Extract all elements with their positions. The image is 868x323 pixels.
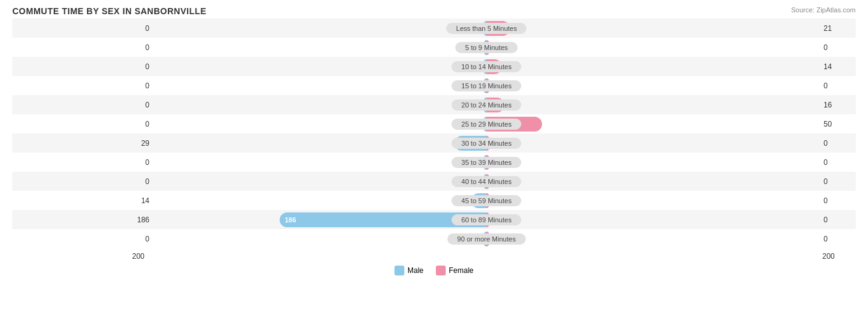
male-value: 0 bbox=[12, 62, 154, 71]
male-bar bbox=[471, 193, 486, 208]
legend-female-label: Female bbox=[449, 266, 474, 275]
table-row: 010 to 14 Minutes14 bbox=[12, 57, 856, 76]
legend-male: Male bbox=[394, 266, 424, 275]
source-text: Source: ZipAtlas.com bbox=[791, 6, 856, 14]
male-value: 0 bbox=[12, 101, 154, 109]
chart-title: COMMUTE TIME BY SEX IN SANBORNVILLE bbox=[12, 6, 856, 16]
table-row: 015 to 19 Minutes0 bbox=[12, 76, 856, 95]
bar-cell: 15 to 19 Minutes bbox=[154, 76, 819, 95]
female-value: 0 bbox=[819, 43, 856, 52]
female-bar-stub bbox=[486, 193, 489, 208]
axis-row: 200 200 bbox=[12, 252, 856, 261]
table-row: 035 to 39 Minutes0 bbox=[12, 153, 856, 172]
female-value: 16 bbox=[819, 101, 856, 109]
female-value: 14 bbox=[819, 62, 856, 71]
bar-cell: 5 to 9 Minutes bbox=[154, 38, 819, 57]
table-row: 090 or more Minutes0 bbox=[12, 229, 856, 248]
male-bar bbox=[454, 136, 486, 151]
male-value: 0 bbox=[12, 158, 154, 167]
table-row: 020 to 24 Minutes16 bbox=[12, 95, 856, 114]
axis-right-label: 200 bbox=[819, 252, 856, 261]
female-bar bbox=[486, 59, 502, 74]
bar-cell: 20 to 24 Minutes bbox=[154, 95, 819, 114]
female-value: 0 bbox=[819, 177, 856, 186]
female-bar-stub bbox=[486, 40, 489, 55]
bar-cell: 18660 to 89 Minutes bbox=[154, 210, 819, 229]
female-bar bbox=[486, 117, 542, 132]
female-value: 0 bbox=[819, 196, 856, 205]
female-bar bbox=[486, 21, 510, 36]
male-value: 186 bbox=[12, 216, 154, 224]
male-bar: 186 bbox=[280, 212, 486, 227]
bar-cell: 25 to 29 Minutes bbox=[154, 114, 819, 133]
female-value: 0 bbox=[819, 216, 856, 224]
male-value: 0 bbox=[12, 24, 154, 33]
male-value: 0 bbox=[12, 177, 154, 186]
male-value: 0 bbox=[12, 235, 154, 243]
male-value: 0 bbox=[12, 43, 154, 52]
table-row: 0Less than 5 Minutes21 bbox=[12, 19, 856, 38]
legend-female: Female bbox=[436, 266, 474, 275]
male-value: 29 bbox=[12, 139, 154, 148]
female-value: 0 bbox=[819, 139, 856, 148]
female-bar-stub bbox=[486, 136, 489, 151]
bar-cell: 45 to 59 Minutes bbox=[154, 191, 819, 210]
legend: Male Female bbox=[12, 266, 856, 275]
female-bar-stub bbox=[486, 78, 489, 93]
female-bar-stub bbox=[486, 212, 489, 227]
female-value: 50 bbox=[819, 120, 856, 128]
bar-cell: 30 to 34 Minutes bbox=[154, 133, 819, 153]
bar-cell: 35 to 39 Minutes bbox=[154, 153, 819, 172]
table-row: 040 to 44 Minutes0 bbox=[12, 172, 856, 191]
female-bar-stub bbox=[486, 155, 489, 170]
axis-left-label: 200 bbox=[12, 252, 148, 261]
table-row: 025 to 29 Minutes50 bbox=[12, 114, 856, 133]
legend-female-box bbox=[436, 266, 446, 275]
female-bar bbox=[486, 98, 504, 112]
table-row: 05 to 9 Minutes0 bbox=[12, 38, 856, 57]
table-row: 18618660 to 89 Minutes0 bbox=[12, 210, 856, 229]
male-value: 0 bbox=[12, 120, 154, 128]
female-value: 0 bbox=[819, 235, 856, 243]
female-value: 0 bbox=[819, 82, 856, 90]
legend-male-box bbox=[394, 266, 404, 275]
female-value: 0 bbox=[819, 158, 856, 167]
bar-cell: Less than 5 Minutes bbox=[154, 19, 819, 38]
female-bar-stub bbox=[486, 232, 489, 246]
male-value: 14 bbox=[12, 196, 154, 205]
table-row: 2930 to 34 Minutes0 bbox=[12, 133, 856, 153]
bar-cell: 90 or more Minutes bbox=[154, 229, 819, 248]
male-value: 0 bbox=[12, 82, 154, 90]
legend-male-label: Male bbox=[407, 266, 424, 275]
bar-cell: 10 to 14 Minutes bbox=[154, 57, 819, 76]
chart-container: COMMUTE TIME BY SEX IN SANBORNVILLE Sour… bbox=[0, 0, 868, 323]
chart-rows: 0Less than 5 Minutes2105 to 9 Minutes001… bbox=[12, 19, 856, 248]
bar-cell: 40 to 44 Minutes bbox=[154, 172, 819, 191]
table-row: 1445 to 59 Minutes0 bbox=[12, 191, 856, 210]
female-value: 21 bbox=[819, 24, 856, 33]
female-bar-stub bbox=[486, 174, 489, 189]
